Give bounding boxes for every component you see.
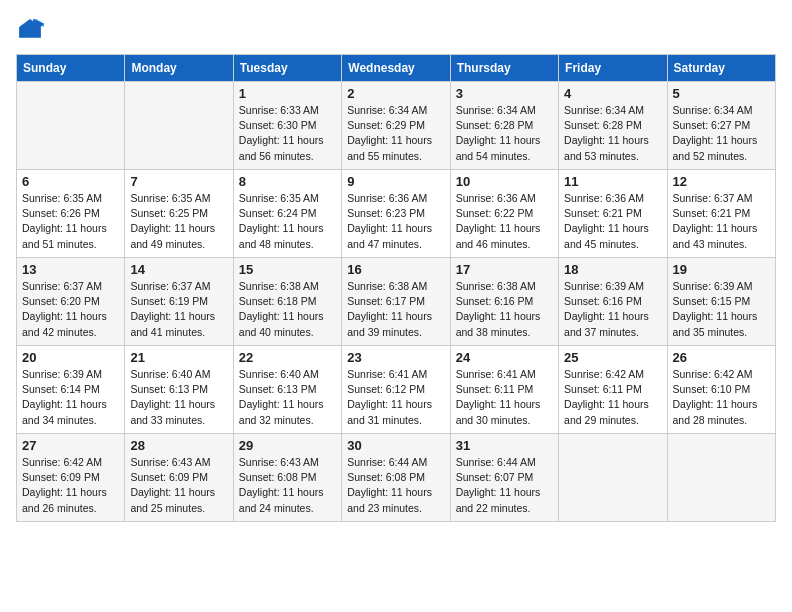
- day-cell: [17, 82, 125, 170]
- day-info: Sunrise: 6:40 AM Sunset: 6:13 PM Dayligh…: [130, 367, 227, 428]
- day-cell: 1Sunrise: 6:33 AM Sunset: 6:30 PM Daylig…: [233, 82, 341, 170]
- day-info: Sunrise: 6:44 AM Sunset: 6:08 PM Dayligh…: [347, 455, 444, 516]
- day-cell: 3Sunrise: 6:34 AM Sunset: 6:28 PM Daylig…: [450, 82, 558, 170]
- day-info: Sunrise: 6:34 AM Sunset: 6:29 PM Dayligh…: [347, 103, 444, 164]
- day-info: Sunrise: 6:33 AM Sunset: 6:30 PM Dayligh…: [239, 103, 336, 164]
- day-cell: 17Sunrise: 6:38 AM Sunset: 6:16 PM Dayli…: [450, 258, 558, 346]
- day-cell: 27Sunrise: 6:42 AM Sunset: 6:09 PM Dayli…: [17, 434, 125, 522]
- day-cell: 9Sunrise: 6:36 AM Sunset: 6:23 PM Daylig…: [342, 170, 450, 258]
- day-number: 23: [347, 350, 444, 365]
- day-number: 18: [564, 262, 661, 277]
- day-number: 19: [673, 262, 770, 277]
- day-number: 21: [130, 350, 227, 365]
- day-info: Sunrise: 6:35 AM Sunset: 6:26 PM Dayligh…: [22, 191, 119, 252]
- day-info: Sunrise: 6:42 AM Sunset: 6:10 PM Dayligh…: [673, 367, 770, 428]
- day-number: 26: [673, 350, 770, 365]
- day-number: 25: [564, 350, 661, 365]
- day-info: Sunrise: 6:40 AM Sunset: 6:13 PM Dayligh…: [239, 367, 336, 428]
- week-row-1: 6Sunrise: 6:35 AM Sunset: 6:26 PM Daylig…: [17, 170, 776, 258]
- day-info: Sunrise: 6:44 AM Sunset: 6:07 PM Dayligh…: [456, 455, 553, 516]
- day-info: Sunrise: 6:36 AM Sunset: 6:22 PM Dayligh…: [456, 191, 553, 252]
- day-cell: 10Sunrise: 6:36 AM Sunset: 6:22 PM Dayli…: [450, 170, 558, 258]
- day-info: Sunrise: 6:43 AM Sunset: 6:08 PM Dayligh…: [239, 455, 336, 516]
- day-number: 7: [130, 174, 227, 189]
- day-number: 4: [564, 86, 661, 101]
- week-row-3: 20Sunrise: 6:39 AM Sunset: 6:14 PM Dayli…: [17, 346, 776, 434]
- header-cell-saturday: Saturday: [667, 55, 775, 82]
- day-number: 6: [22, 174, 119, 189]
- day-cell: 11Sunrise: 6:36 AM Sunset: 6:21 PM Dayli…: [559, 170, 667, 258]
- day-cell: 2Sunrise: 6:34 AM Sunset: 6:29 PM Daylig…: [342, 82, 450, 170]
- day-info: Sunrise: 6:38 AM Sunset: 6:16 PM Dayligh…: [456, 279, 553, 340]
- day-cell: 21Sunrise: 6:40 AM Sunset: 6:13 PM Dayli…: [125, 346, 233, 434]
- day-cell: 29Sunrise: 6:43 AM Sunset: 6:08 PM Dayli…: [233, 434, 341, 522]
- day-cell: 4Sunrise: 6:34 AM Sunset: 6:28 PM Daylig…: [559, 82, 667, 170]
- day-info: Sunrise: 6:37 AM Sunset: 6:19 PM Dayligh…: [130, 279, 227, 340]
- day-cell: 23Sunrise: 6:41 AM Sunset: 6:12 PM Dayli…: [342, 346, 450, 434]
- day-cell: 31Sunrise: 6:44 AM Sunset: 6:07 PM Dayli…: [450, 434, 558, 522]
- day-number: 17: [456, 262, 553, 277]
- day-cell: 22Sunrise: 6:40 AM Sunset: 6:13 PM Dayli…: [233, 346, 341, 434]
- day-cell: 24Sunrise: 6:41 AM Sunset: 6:11 PM Dayli…: [450, 346, 558, 434]
- day-info: Sunrise: 6:35 AM Sunset: 6:25 PM Dayligh…: [130, 191, 227, 252]
- day-cell: 6Sunrise: 6:35 AM Sunset: 6:26 PM Daylig…: [17, 170, 125, 258]
- day-number: 9: [347, 174, 444, 189]
- day-number: 29: [239, 438, 336, 453]
- day-cell: 5Sunrise: 6:34 AM Sunset: 6:27 PM Daylig…: [667, 82, 775, 170]
- logo: [16, 16, 48, 44]
- day-cell: 14Sunrise: 6:37 AM Sunset: 6:19 PM Dayli…: [125, 258, 233, 346]
- day-number: 22: [239, 350, 336, 365]
- day-info: Sunrise: 6:41 AM Sunset: 6:12 PM Dayligh…: [347, 367, 444, 428]
- day-info: Sunrise: 6:36 AM Sunset: 6:21 PM Dayligh…: [564, 191, 661, 252]
- day-number: 2: [347, 86, 444, 101]
- logo-icon: [16, 16, 44, 44]
- day-number: 1: [239, 86, 336, 101]
- day-number: 24: [456, 350, 553, 365]
- calendar-table: SundayMondayTuesdayWednesdayThursdayFrid…: [16, 54, 776, 522]
- day-info: Sunrise: 6:42 AM Sunset: 6:09 PM Dayligh…: [22, 455, 119, 516]
- page: SundayMondayTuesdayWednesdayThursdayFrid…: [0, 0, 792, 612]
- day-info: Sunrise: 6:37 AM Sunset: 6:20 PM Dayligh…: [22, 279, 119, 340]
- header-cell-monday: Monday: [125, 55, 233, 82]
- day-info: Sunrise: 6:38 AM Sunset: 6:18 PM Dayligh…: [239, 279, 336, 340]
- day-number: 15: [239, 262, 336, 277]
- week-row-2: 13Sunrise: 6:37 AM Sunset: 6:20 PM Dayli…: [17, 258, 776, 346]
- header-cell-tuesday: Tuesday: [233, 55, 341, 82]
- day-info: Sunrise: 6:37 AM Sunset: 6:21 PM Dayligh…: [673, 191, 770, 252]
- day-cell: 13Sunrise: 6:37 AM Sunset: 6:20 PM Dayli…: [17, 258, 125, 346]
- day-info: Sunrise: 6:39 AM Sunset: 6:15 PM Dayligh…: [673, 279, 770, 340]
- day-cell: 8Sunrise: 6:35 AM Sunset: 6:24 PM Daylig…: [233, 170, 341, 258]
- day-info: Sunrise: 6:34 AM Sunset: 6:28 PM Dayligh…: [564, 103, 661, 164]
- day-cell: 18Sunrise: 6:39 AM Sunset: 6:16 PM Dayli…: [559, 258, 667, 346]
- day-cell: [559, 434, 667, 522]
- day-cell: 20Sunrise: 6:39 AM Sunset: 6:14 PM Dayli…: [17, 346, 125, 434]
- day-cell: 16Sunrise: 6:38 AM Sunset: 6:17 PM Dayli…: [342, 258, 450, 346]
- day-cell: [125, 82, 233, 170]
- day-number: 11: [564, 174, 661, 189]
- header-cell-wednesday: Wednesday: [342, 55, 450, 82]
- day-info: Sunrise: 6:38 AM Sunset: 6:17 PM Dayligh…: [347, 279, 444, 340]
- week-row-4: 27Sunrise: 6:42 AM Sunset: 6:09 PM Dayli…: [17, 434, 776, 522]
- day-number: 30: [347, 438, 444, 453]
- day-info: Sunrise: 6:41 AM Sunset: 6:11 PM Dayligh…: [456, 367, 553, 428]
- day-number: 27: [22, 438, 119, 453]
- day-number: 12: [673, 174, 770, 189]
- day-number: 14: [130, 262, 227, 277]
- day-cell: 30Sunrise: 6:44 AM Sunset: 6:08 PM Dayli…: [342, 434, 450, 522]
- day-cell: 12Sunrise: 6:37 AM Sunset: 6:21 PM Dayli…: [667, 170, 775, 258]
- day-info: Sunrise: 6:35 AM Sunset: 6:24 PM Dayligh…: [239, 191, 336, 252]
- day-cell: 7Sunrise: 6:35 AM Sunset: 6:25 PM Daylig…: [125, 170, 233, 258]
- day-cell: 19Sunrise: 6:39 AM Sunset: 6:15 PM Dayli…: [667, 258, 775, 346]
- day-number: 31: [456, 438, 553, 453]
- day-info: Sunrise: 6:34 AM Sunset: 6:28 PM Dayligh…: [456, 103, 553, 164]
- day-cell: 25Sunrise: 6:42 AM Sunset: 6:11 PM Dayli…: [559, 346, 667, 434]
- day-info: Sunrise: 6:43 AM Sunset: 6:09 PM Dayligh…: [130, 455, 227, 516]
- header: [16, 16, 776, 44]
- day-info: Sunrise: 6:34 AM Sunset: 6:27 PM Dayligh…: [673, 103, 770, 164]
- day-number: 10: [456, 174, 553, 189]
- day-info: Sunrise: 6:39 AM Sunset: 6:14 PM Dayligh…: [22, 367, 119, 428]
- day-cell: 15Sunrise: 6:38 AM Sunset: 6:18 PM Dayli…: [233, 258, 341, 346]
- day-info: Sunrise: 6:39 AM Sunset: 6:16 PM Dayligh…: [564, 279, 661, 340]
- day-cell: 26Sunrise: 6:42 AM Sunset: 6:10 PM Dayli…: [667, 346, 775, 434]
- day-number: 13: [22, 262, 119, 277]
